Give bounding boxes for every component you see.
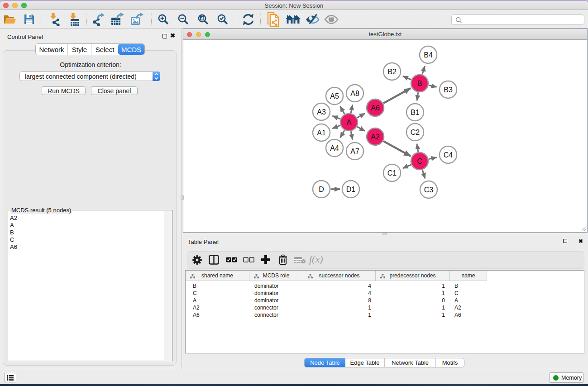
svg-text:A1: A1: [317, 129, 326, 137]
svg-text:B4: B4: [424, 51, 433, 59]
svg-text:A5: A5: [330, 92, 339, 100]
svg-text:B1: B1: [411, 109, 420, 116]
svg-text:A4: A4: [330, 144, 339, 152]
svg-text:C1: C1: [387, 169, 397, 177]
svg-text:D1: D1: [346, 186, 356, 193]
svg-text:C3: C3: [424, 186, 434, 194]
svg-text:A7: A7: [350, 148, 359, 155]
svg-text:A2: A2: [371, 133, 380, 141]
svg-text:C: C: [417, 157, 422, 165]
svg-text:C2: C2: [411, 129, 420, 136]
svg-text:A6: A6: [371, 104, 380, 112]
svg-text:B3: B3: [444, 86, 453, 94]
svg-text:D: D: [319, 186, 324, 193]
svg-text:C4: C4: [444, 151, 453, 159]
svg-text:A8: A8: [350, 90, 359, 97]
svg-text:A3: A3: [317, 108, 326, 116]
svg-text:B2: B2: [387, 68, 397, 76]
svg-text:A: A: [347, 119, 352, 126]
svg-text:B: B: [417, 80, 422, 87]
